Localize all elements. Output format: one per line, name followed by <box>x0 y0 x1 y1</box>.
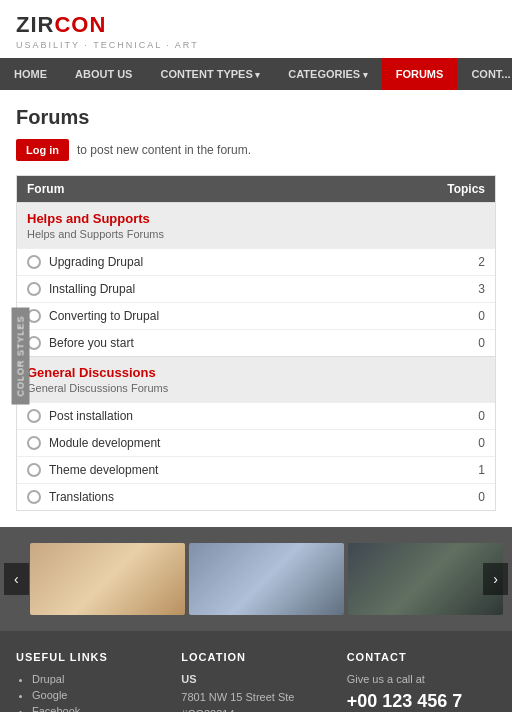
forum-item-module[interactable]: Module development 0 <box>17 429 495 456</box>
nav-forums[interactable]: FORUMS <box>382 58 458 90</box>
slider-next-button[interactable]: › <box>483 563 508 595</box>
location-heading: LOCATION <box>181 651 330 663</box>
color-styles-label: Color styles <box>16 315 26 396</box>
slide-2 <box>189 543 344 615</box>
forum-table-header: Forum Topics <box>17 176 495 202</box>
forum-item-converting[interactable]: Converting to Drupal 0 <box>17 302 495 329</box>
forum-item-topics: 3 <box>425 282 485 296</box>
forum-item-name: Theme development <box>49 463 425 477</box>
footer-useful-links: USEFUL LINKS Drupal Google Facebook Twit… <box>16 651 165 712</box>
col-forum-header: Forum <box>27 182 425 196</box>
forum-item-name: Module development <box>49 436 425 450</box>
forum-item-upgrading[interactable]: Upgrading Drupal 2 <box>17 248 495 275</box>
image-slider: ‹ › <box>0 527 512 631</box>
radio-icon <box>27 463 41 477</box>
radio-icon <box>27 490 41 504</box>
forum-item-name: Upgrading Drupal <box>49 255 425 269</box>
main-content: Forums Log in to post new content in the… <box>0 90 512 527</box>
forum-item-translations[interactable]: Translations 0 <box>17 483 495 510</box>
nav-cont[interactable]: CONT... <box>457 58 512 90</box>
radio-icon <box>27 409 41 423</box>
forum-item-name: Installing Drupal <box>49 282 425 296</box>
forum-item-name: Translations <box>49 490 425 504</box>
login-button[interactable]: Log in <box>16 139 69 161</box>
nav-content-types[interactable]: CONTENT TYPES <box>146 58 274 90</box>
forum-item-name: Before you start <box>49 336 425 350</box>
forum-item-topics: 0 <box>425 309 485 323</box>
nav-about[interactable]: ABOUT US <box>61 58 146 90</box>
contact-heading: CONTACT <box>347 651 496 663</box>
radio-icon <box>27 436 41 450</box>
footer-contact: CONTACT Give us a call at +00 123 456 7 … <box>347 651 496 712</box>
category-row-helps: Helps and Supports Helps and Supports Fo… <box>17 202 495 248</box>
category-title-general[interactable]: General Discussions <box>27 365 485 380</box>
footer-location: LOCATION US 7801 NW 15 Street Ste #CO323… <box>181 651 330 712</box>
forum-table: Forum Topics Helps and Supports Helps an… <box>16 175 496 511</box>
logo-tagline: USABILITY · TECHNICAL · ART <box>16 40 199 50</box>
location-us-address: 7801 NW 15 Street Ste #CO32314Doral, Flo… <box>181 689 330 712</box>
contact-phone: +00 123 456 7 <box>347 691 496 712</box>
logo-part2: CON <box>54 12 106 37</box>
header: ZIRCON USABILITY · TECHNICAL · ART <box>0 0 512 58</box>
forum-item-topics: 2 <box>425 255 485 269</box>
slider-prev-button[interactable]: ‹ <box>4 563 29 595</box>
logo-part1: ZIR <box>16 12 54 37</box>
category-subtitle-helps: Helps and Supports Forums <box>27 228 485 240</box>
forum-item-name: Converting to Drupal <box>49 309 425 323</box>
useful-links-heading: USEFUL LINKS <box>16 651 165 663</box>
link-facebook[interactable]: Facebook <box>32 705 165 712</box>
forum-item-before[interactable]: Before you start 0 <box>17 329 495 356</box>
forum-item-name: Post installation <box>49 409 425 423</box>
forum-item-topics: 1 <box>425 463 485 477</box>
login-message: to post new content in the forum. <box>77 143 251 157</box>
logo: ZIRCON <box>16 12 199 38</box>
forum-item-post[interactable]: Post installation 0 <box>17 402 495 429</box>
give-us-call-label: Give us a call at <box>347 673 496 685</box>
slide-3 <box>348 543 503 615</box>
slide-1 <box>30 543 185 615</box>
slider-track <box>0 543 512 615</box>
forum-item-topics: 0 <box>425 436 485 450</box>
col-topics-header: Topics <box>425 182 485 196</box>
forum-item-theme[interactable]: Theme development 1 <box>17 456 495 483</box>
category-row-general: General Discussions General Discussions … <box>17 356 495 402</box>
location-us-label: US <box>181 673 330 685</box>
forum-item-topics: 0 <box>425 409 485 423</box>
radio-icon <box>27 282 41 296</box>
nav-home[interactable]: HOME <box>0 58 61 90</box>
login-bar: Log in to post new content in the forum. <box>16 139 496 161</box>
color-styles-tab[interactable]: Color styles <box>12 307 30 404</box>
forum-item-installing[interactable]: Installing Drupal 3 <box>17 275 495 302</box>
category-title-helps[interactable]: Helps and Supports <box>27 211 485 226</box>
footer-main: USEFUL LINKS Drupal Google Facebook Twit… <box>0 631 512 712</box>
page-title: Forums <box>16 106 496 129</box>
link-google[interactable]: Google <box>32 689 165 701</box>
main-nav: HOME ABOUT US CONTENT TYPES CATEGORIES F… <box>0 58 512 90</box>
radio-icon <box>27 255 41 269</box>
forum-item-topics: 0 <box>425 490 485 504</box>
category-subtitle-general: General Discussions Forums <box>27 382 485 394</box>
forum-item-topics: 0 <box>425 336 485 350</box>
link-drupal[interactable]: Drupal <box>32 673 165 685</box>
nav-categories[interactable]: CATEGORIES <box>274 58 381 90</box>
